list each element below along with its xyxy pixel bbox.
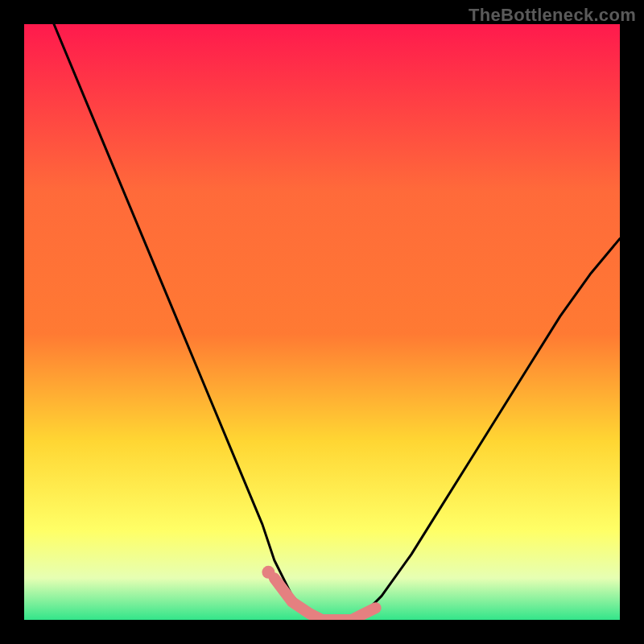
watermark-text: TheBottleneck.com [469,5,636,26]
optimal-range-dot [262,566,275,579]
plot-area [24,24,620,620]
optimal-range-highlight [275,578,376,620]
chart-container: TheBottleneck.com [0,0,644,644]
curve-layer [24,24,620,620]
bottleneck-curve [54,24,620,620]
